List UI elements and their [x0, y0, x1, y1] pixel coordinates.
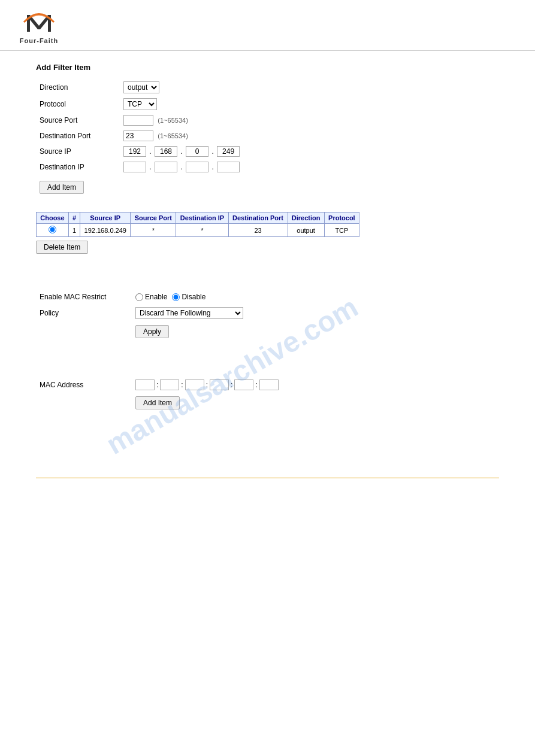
protocol-row: Protocol TCP UDP ICMP ANY — [36, 96, 243, 113]
mac-add-row: Add Item — [36, 393, 282, 412]
dest-ip-label: Destination IP — [36, 159, 120, 175]
mac-add-cell: Add Item — [132, 393, 282, 412]
mac-part-6[interactable] — [259, 379, 279, 390]
source-port-label: Source Port — [36, 113, 120, 128]
dest-ip-1[interactable] — [123, 162, 146, 172]
divider-space — [36, 260, 499, 278]
row-dest-ip: * — [176, 224, 228, 237]
add-filter-form: Direction output input Protocol TCP — [36, 79, 243, 175]
enable-radio-label: Enable — [135, 293, 167, 301]
policy-select[interactable]: Discard The Following Allow The Followin… — [135, 307, 243, 319]
mac-colon-1: : — [156, 381, 158, 389]
source-port-hint: (1~65534) — [158, 117, 188, 124]
source-ip-row: Source IP . . . — [36, 144, 243, 159]
policy-cell: Discard The Following Allow The Followin… — [132, 304, 247, 322]
dest-ip-dot-1: . — [149, 163, 151, 171]
mac-part-3[interactable] — [185, 379, 204, 390]
dest-ip-cell: . . . — [120, 159, 243, 175]
mac-part-1[interactable] — [135, 379, 155, 390]
mac-restrict-label: Enable MAC Restrict — [36, 290, 132, 304]
mac-add-item-button[interactable]: Add Item — [135, 396, 180, 409]
mac-address-label: MAC Address — [36, 377, 132, 393]
header: Four-Faith — [0, 0, 535, 51]
apply-cell: Apply — [132, 322, 247, 341]
add-item-row: Add Item — [36, 181, 499, 194]
apply-cell-empty — [36, 322, 132, 341]
mac-address-section: MAC Address : : : : — [36, 377, 499, 412]
source-port-cell: (1~65534) — [120, 113, 243, 128]
mac-restrict-cell: Enable Disable — [132, 290, 247, 304]
ip-dot-3: . — [211, 147, 213, 156]
row-num: 1 — [68, 224, 80, 237]
row-source-ip: 192.168.0.249 — [80, 224, 131, 237]
dest-ip-dot-3: . — [211, 163, 213, 171]
dest-port-row: Destination Port (1~65534) — [36, 128, 243, 144]
enable-radio-text: Enable — [145, 293, 167, 301]
row-source-port: * — [131, 224, 176, 237]
mac-part-4[interactable] — [210, 379, 229, 390]
filter-table: Choose # Source IP Source Port Destinati… — [36, 212, 359, 237]
mac-address-cell: : : : : : — [132, 377, 282, 393]
mac-add-empty — [36, 393, 132, 412]
disable-radio-text: Disable — [182, 293, 205, 301]
ip-dot-2: . — [180, 147, 182, 156]
source-ip-1[interactable] — [123, 146, 146, 157]
mac-part-5[interactable] — [234, 379, 253, 390]
source-ip-3[interactable] — [186, 146, 208, 157]
row-dest-port: 23 — [228, 224, 288, 237]
apply-button[interactable]: Apply — [135, 325, 169, 338]
mac-colon-3: : — [206, 381, 208, 389]
source-port-input[interactable] — [123, 115, 153, 126]
dest-ip-2[interactable] — [155, 162, 177, 172]
direction-cell: output input — [120, 79, 243, 96]
source-port-row: Source Port (1~65534) — [36, 113, 243, 128]
logo-container: Four-Faith — [12, 9, 66, 44]
policy-label: Policy — [36, 304, 132, 322]
direction-row: Direction output input — [36, 79, 243, 96]
disable-radio-label: Disable — [172, 293, 205, 301]
apply-row: Apply — [36, 322, 247, 341]
source-ip-4[interactable] — [217, 146, 240, 157]
delete-row: Delete Item — [36, 241, 499, 254]
ip-dot-1: . — [149, 147, 151, 156]
source-ip-cell: . . . — [120, 144, 243, 159]
mac-restrict-radio-group: Enable Disable — [135, 293, 243, 301]
mac-restrict-row: Enable MAC Restrict Enable Disable — [36, 290, 247, 304]
direction-select[interactable]: output input — [123, 81, 159, 93]
mac-colon-4: : — [231, 381, 232, 389]
protocol-label: Protocol — [36, 96, 120, 113]
policy-row: Policy Discard The Following Allow The F… — [36, 304, 247, 322]
add-filter-title: Add Filter Item — [36, 63, 499, 72]
row-radio[interactable] — [49, 226, 56, 233]
dest-ip-dot-2: . — [180, 163, 182, 171]
mac-restrict-section: Enable MAC Restrict Enable Disable — [36, 290, 499, 341]
protocol-cell: TCP UDP ICMP ANY — [120, 96, 243, 113]
protocol-select[interactable]: TCP UDP ICMP ANY — [123, 98, 157, 110]
source-ip-label: Source IP — [36, 144, 120, 159]
disable-radio[interactable] — [172, 293, 180, 301]
mac-restrict-form: Enable MAC Restrict Enable Disable — [36, 290, 247, 341]
mac-colon-2: : — [181, 381, 183, 389]
col-source-port: Source Port — [131, 212, 176, 224]
enable-radio[interactable] — [135, 293, 143, 301]
dest-port-hint: (1~65534) — [158, 132, 188, 139]
col-source-ip: Source IP — [80, 212, 131, 224]
mac-address-row: MAC Address : : : : — [36, 377, 282, 393]
dest-ip-row: Destination IP . . . — [36, 159, 243, 175]
source-ip-2[interactable] — [155, 146, 177, 157]
table-row: 1 192.168.0.249 * * 23 output TCP — [37, 224, 359, 237]
dest-ip-3[interactable] — [186, 162, 208, 172]
dest-port-label: Destination Port — [36, 128, 120, 144]
delete-item-button[interactable]: Delete Item — [36, 241, 88, 254]
dest-ip-4[interactable] — [217, 162, 240, 172]
mac-colon-5: : — [255, 381, 257, 389]
main-content: Add Filter Item Direction output input P… — [0, 51, 535, 430]
footer-line — [36, 478, 499, 478]
col-choose: Choose — [37, 212, 69, 224]
dest-port-input[interactable] — [123, 130, 153, 141]
col-dest-ip: Destination IP — [176, 212, 228, 224]
mac-part-2[interactable] — [160, 379, 179, 390]
row-protocol: TCP — [324, 224, 359, 237]
add-filter-item-button[interactable]: Add Item — [40, 181, 84, 194]
dest-port-cell: (1~65534) — [120, 128, 243, 144]
